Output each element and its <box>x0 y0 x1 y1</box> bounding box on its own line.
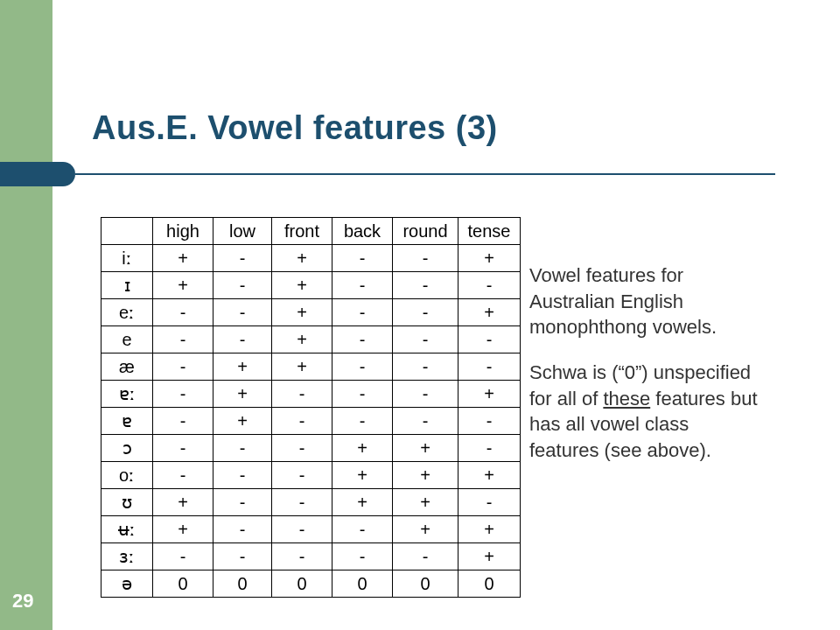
feature-cell: 0 <box>332 570 393 598</box>
feature-cell: + <box>393 435 458 462</box>
feature-cell: + <box>332 435 393 462</box>
feature-cell: + <box>393 516 458 543</box>
feature-cell: - <box>332 381 393 408</box>
feature-cell: - <box>458 435 521 462</box>
feature-cell: + <box>153 489 214 516</box>
feature-cell: - <box>332 245 393 272</box>
row-vowel-label: e <box>102 326 153 354</box>
feature-cell: - <box>214 462 272 489</box>
feature-cell: - <box>272 543 332 570</box>
row-vowel-label: eː <box>102 299 153 326</box>
page-number: 29 <box>12 590 33 612</box>
feature-cell: - <box>153 408 214 435</box>
feature-cell: - <box>214 435 272 462</box>
feature-cell: + <box>458 543 521 570</box>
feature-cell: - <box>332 354 393 381</box>
vowel-feature-table-wrap: highlowfrontbackroundtenseiː+-+--+ɪ+-+--… <box>101 217 521 598</box>
feature-cell: - <box>272 435 332 462</box>
feature-cell: + <box>393 489 458 516</box>
feature-cell: - <box>332 543 393 570</box>
feature-cell: - <box>214 489 272 516</box>
feature-cell: - <box>332 299 393 326</box>
vowel-feature-table: highlowfrontbackroundtenseiː+-+--+ɪ+-+--… <box>101 217 521 598</box>
feature-cell: - <box>272 408 332 435</box>
side-paragraph-1: Vowel features for Australian English mo… <box>529 262 761 340</box>
table-row: ə000000 <box>102 570 521 598</box>
table-row: eː--+--+ <box>102 299 521 326</box>
feature-cell: - <box>153 543 214 570</box>
side-accent-band <box>0 0 52 630</box>
table-row: oː---+++ <box>102 462 521 489</box>
feature-cell: - <box>272 462 332 489</box>
feature-cell: - <box>332 516 393 543</box>
feature-cell: - <box>393 408 458 435</box>
row-vowel-label: ʉː <box>102 516 153 543</box>
side-p2-these: these <box>603 388 650 410</box>
feature-cell: - <box>272 381 332 408</box>
feature-cell: + <box>214 381 272 408</box>
feature-cell: 0 <box>214 570 272 598</box>
feature-cell: + <box>272 326 332 354</box>
row-vowel-label: ə <box>102 570 153 598</box>
table-corner-cell <box>102 218 153 245</box>
table-header-front: front <box>272 218 332 245</box>
feature-cell: - <box>214 516 272 543</box>
feature-cell: + <box>332 462 393 489</box>
feature-cell: + <box>458 299 521 326</box>
feature-cell: + <box>214 354 272 381</box>
feature-cell: + <box>458 462 521 489</box>
row-vowel-label: ɐː <box>102 381 153 408</box>
table-row: iː+-+--+ <box>102 245 521 272</box>
slide-title: Aus.E. Vowel features (3) <box>92 109 498 147</box>
feature-cell: - <box>393 326 458 354</box>
row-vowel-label: ɜː <box>102 543 153 570</box>
table-header-high: high <box>153 218 214 245</box>
feature-cell: + <box>214 408 272 435</box>
feature-cell: - <box>458 326 521 354</box>
table-header-round: round <box>393 218 458 245</box>
feature-cell: + <box>272 245 332 272</box>
feature-cell: - <box>272 489 332 516</box>
feature-cell: - <box>214 299 272 326</box>
feature-cell: - <box>393 354 458 381</box>
feature-cell: + <box>272 272 332 299</box>
feature-cell: - <box>393 272 458 299</box>
feature-cell: - <box>393 245 458 272</box>
table-row: ɪ+-+--- <box>102 272 521 299</box>
feature-cell: - <box>214 245 272 272</box>
feature-cell: + <box>332 489 393 516</box>
feature-cell: - <box>214 543 272 570</box>
row-vowel-label: oː <box>102 462 153 489</box>
row-vowel-label: ɔ <box>102 435 153 462</box>
feature-cell: - <box>272 516 332 543</box>
table-row: ɔ---++- <box>102 435 521 462</box>
feature-cell: + <box>393 462 458 489</box>
feature-cell: - <box>458 489 521 516</box>
feature-cell: - <box>214 272 272 299</box>
feature-cell: 0 <box>393 570 458 598</box>
feature-cell: + <box>153 245 214 272</box>
feature-cell: + <box>458 516 521 543</box>
feature-cell: - <box>153 381 214 408</box>
feature-cell: - <box>393 381 458 408</box>
feature-cell: + <box>272 354 332 381</box>
table-row: æ-++--- <box>102 354 521 381</box>
feature-cell: 0 <box>272 570 332 598</box>
feature-cell: - <box>332 326 393 354</box>
side-paragraph-2: Schwa is (“0”) unspecified for all of th… <box>529 360 761 464</box>
table-header-back: back <box>332 218 393 245</box>
title-underline-line <box>75 173 775 175</box>
table-row: ɜː-----+ <box>102 543 521 570</box>
row-vowel-label: æ <box>102 354 153 381</box>
table-row: e--+--- <box>102 326 521 354</box>
feature-cell: - <box>153 354 214 381</box>
feature-cell: - <box>458 408 521 435</box>
feature-cell: 0 <box>458 570 521 598</box>
table-row: ʉː+---++ <box>102 516 521 543</box>
feature-cell: - <box>393 299 458 326</box>
feature-cell: + <box>153 516 214 543</box>
table-row: ʊ+--++- <box>102 489 521 516</box>
feature-cell: - <box>153 462 214 489</box>
feature-cell: 0 <box>153 570 214 598</box>
feature-cell: - <box>332 408 393 435</box>
